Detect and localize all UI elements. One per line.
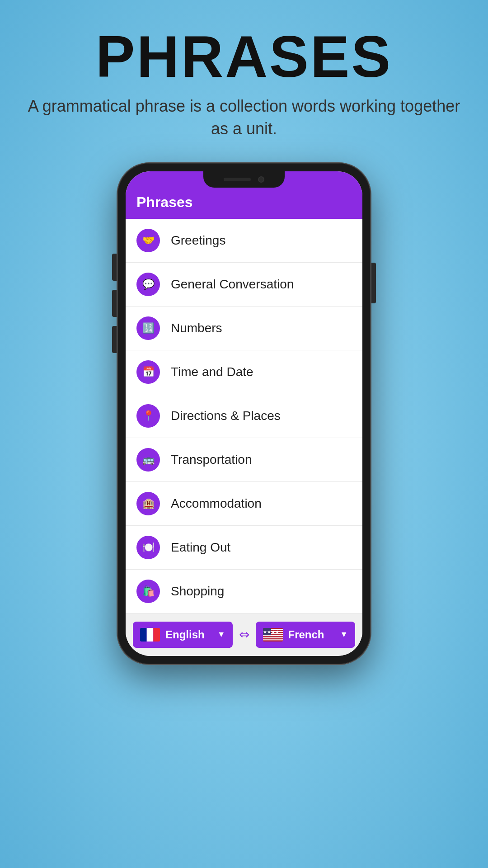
menu-item-time-and-date[interactable]: 📅Time and Date — [126, 350, 362, 394]
lang-left-dropdown-icon: ▼ — [217, 630, 225, 639]
svg-rect-13 — [263, 637, 283, 638]
menu-item-eating-out[interactable]: 🍽️Eating Out — [126, 526, 362, 570]
swap-languages-icon[interactable]: ⇔ — [237, 627, 251, 642]
svg-text:★★★★★★: ★★★★★★ — [263, 629, 279, 634]
eating-out-label: Eating Out — [171, 540, 230, 555]
menu-item-directions-places[interactable]: 📍Directions & Places — [126, 394, 362, 438]
transportation-label: Transportation — [171, 453, 252, 467]
lang-left-name: English — [165, 628, 205, 641]
usa-flag-icon: ★★★★★★ — [263, 628, 283, 642]
notch-speaker — [224, 178, 251, 181]
svg-rect-14 — [263, 638, 283, 639]
bottom-bar: English ▼ ⇔ — [126, 613, 362, 656]
numbers-label: Numbers — [171, 321, 222, 335]
app-header-title: Phrases — [136, 194, 193, 210]
lang-left-inner: English — [140, 628, 205, 642]
svg-rect-0 — [140, 628, 147, 642]
lang-right-button[interactable]: ★★★★★★ French ▼ — [256, 622, 356, 648]
eating-out-icon: 🍽️ — [136, 536, 160, 559]
menu-list: 🤝Greetings💬General Conversation🔢Numbers📅… — [126, 219, 362, 613]
svg-rect-16 — [263, 640, 283, 641]
svg-rect-2 — [153, 628, 160, 642]
greetings-label: Greetings — [171, 233, 225, 248]
menu-item-shopping[interactable]: 🛍️Shopping — [126, 570, 362, 613]
page-subtitle: A grammatical phrase is a collection wor… — [18, 95, 470, 141]
menu-item-transportation[interactable]: 🚌Transportation — [126, 438, 362, 482]
greetings-icon: 🤝 — [136, 229, 160, 252]
time-and-date-icon: 📅 — [136, 360, 160, 384]
accommodation-label: Accommodation — [171, 496, 262, 511]
phone-notch — [203, 171, 285, 188]
lang-left-button[interactable]: English ▼ — [133, 622, 233, 648]
transportation-icon: 🚌 — [136, 448, 160, 472]
general-conversation-label: General Conversation — [171, 277, 294, 292]
directions-places-icon: 📍 — [136, 404, 160, 428]
phone-mockup: Phrases 🤝Greetings💬General Conversation🔢… — [117, 163, 371, 664]
lang-right-name: French — [288, 628, 324, 641]
page-title: PHRASES — [18, 27, 470, 86]
directions-places-label: Directions & Places — [171, 409, 281, 423]
general-conversation-icon: 💬 — [136, 273, 160, 296]
menu-item-accommodation[interactable]: 🏨Accommodation — [126, 482, 362, 526]
lang-right-inner: ★★★★★★ French — [263, 628, 324, 642]
notch-camera — [258, 176, 264, 183]
accommodation-icon: 🏨 — [136, 492, 160, 515]
lang-right-dropdown-icon: ▼ — [340, 630, 348, 639]
phone-screen: Phrases 🤝Greetings💬General Conversation🔢… — [126, 171, 362, 656]
numbers-icon: 🔢 — [136, 316, 160, 340]
time-and-date-label: Time and Date — [171, 365, 253, 379]
svg-rect-15 — [263, 639, 283, 640]
menu-item-greetings[interactable]: 🤝Greetings — [126, 219, 362, 263]
shopping-label: Shopping — [171, 584, 224, 599]
svg-rect-12 — [263, 636, 283, 637]
menu-item-numbers[interactable]: 🔢Numbers — [126, 307, 362, 350]
shopping-icon: 🛍️ — [136, 580, 160, 603]
french-flag-icon — [140, 628, 160, 642]
svg-rect-11 — [263, 635, 283, 636]
menu-item-general-conversation[interactable]: 💬General Conversation — [126, 263, 362, 307]
phone-outer: Phrases 🤝Greetings💬General Conversation🔢… — [117, 163, 371, 664]
svg-rect-1 — [147, 628, 154, 642]
page-header: PHRASES A grammatical phrase is a collec… — [0, 0, 488, 154]
